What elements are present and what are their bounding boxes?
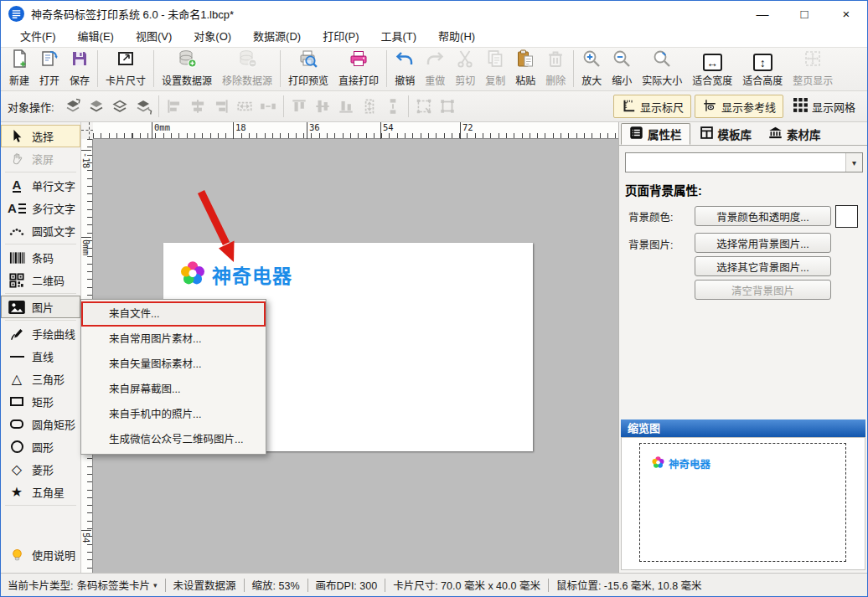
zoom-in-label: 放大 <box>581 73 602 87</box>
redo-label: 重做 <box>425 73 445 87</box>
save-button[interactable]: 保存 <box>65 49 95 89</box>
direct-print-button[interactable]: 直接打印 <box>333 49 384 89</box>
datasource-status: 未设置数据源 <box>173 577 236 593</box>
tool-select[interactable]: 选择 <box>1 125 80 147</box>
menu-datasource[interactable]: 数据源(D) <box>242 27 312 47</box>
right-panel-tabs: 属性栏 模板库 素材库 <box>619 122 867 146</box>
new-button[interactable]: 新建 <box>4 49 34 89</box>
tool-image[interactable]: 图片 <box>1 296 80 318</box>
menu-view[interactable]: 视图(V) <box>125 27 183 47</box>
bg-image-common-button[interactable]: 选择常用背景图片... <box>695 233 831 253</box>
fit-width-button[interactable]: ↔ 适合宽度 <box>687 49 737 89</box>
fit-width-icon: ↔ <box>703 54 722 71</box>
tool-barcode[interactable]: 条码 <box>1 246 80 269</box>
bulb-icon <box>8 548 26 563</box>
menu-tools[interactable]: 工具(T) <box>369 27 427 47</box>
line-icon <box>8 356 26 358</box>
ctx-from-common-images[interactable]: 来自常用图片素材... <box>81 327 266 352</box>
zoom-out-label: 缩小 <box>612 73 632 87</box>
ctx-from-file[interactable]: 来自文件... <box>81 301 266 327</box>
page-background-section-title: 页面背景属性: <box>625 181 702 198</box>
bg-image-other-button[interactable]: 选择其它背景图片... <box>695 256 831 276</box>
show-grid-toggle[interactable]: 显示网格 <box>787 95 862 118</box>
status-separator <box>385 579 385 592</box>
align-right-icon <box>209 95 233 117</box>
ctx-generate-wechat-qr[interactable]: 生成微信公众号二维码图片... <box>81 427 266 452</box>
tool-single-line-text[interactable]: A 单行文字 <box>1 174 80 197</box>
diamond-icon: ◇ <box>8 463 26 476</box>
tool-arc-text-label: 圆弧文字 <box>32 223 75 239</box>
menu-help[interactable]: 帮助(H) <box>427 27 486 47</box>
help-button[interactable]: 使用说明 <box>1 543 80 566</box>
objectbar-separator <box>283 95 284 117</box>
tool-triangle[interactable]: △ 三角形 <box>1 368 80 390</box>
arc-text-icon <box>8 225 26 237</box>
print-preview-button[interactable]: 打印预览 <box>283 49 333 89</box>
status-separator <box>165 579 166 592</box>
bg-color-swatch[interactable] <box>835 205 858 228</box>
redo-button: 重做 <box>420 49 450 89</box>
ctx-from-screenshot[interactable]: 来自屏幕截图... <box>81 377 266 402</box>
menu-file[interactable]: 文件(F) <box>9 27 67 47</box>
chevron-down-icon: ▾ <box>845 153 862 172</box>
fit-height-button[interactable]: ↕ 适合高度 <box>737 49 788 89</box>
tool-multi-line-text[interactable]: A 多行文字 <box>1 197 80 219</box>
menu-object[interactable]: 对象(O) <box>183 27 242 47</box>
zoom-out-button[interactable]: 缩小 <box>607 49 637 89</box>
tool-freehand-curve[interactable]: 手绘曲线 <box>1 322 80 345</box>
tab-templates[interactable]: 模板库 <box>692 123 760 145</box>
tool-single-line-text-label: 单行文字 <box>32 178 75 193</box>
zoom-out-icon <box>612 49 632 71</box>
copy-button: 复制 <box>480 49 510 89</box>
ungroup-icon <box>436 95 459 117</box>
ctx-from-vector-icons[interactable]: 来自矢量图标素材... <box>81 352 266 377</box>
tab-materials[interactable]: 素材库 <box>761 123 829 145</box>
tool-arc-text[interactable]: 圆弧文字 <box>1 219 80 242</box>
delete-icon <box>545 49 566 71</box>
show-guides-toggle[interactable]: 显示参考线 <box>695 95 783 118</box>
delete-button: 删除 <box>540 49 571 89</box>
set-datasource-label: 设置数据源 <box>162 73 212 87</box>
bring-forward-icon <box>108 95 132 117</box>
paste-button[interactable]: 粘贴 <box>510 49 540 89</box>
menu-print[interactable]: 打印(P) <box>312 27 369 47</box>
group-icon <box>412 95 436 117</box>
bg-color-button[interactable]: 背景颜色和透明度... <box>695 206 831 226</box>
minimize-button[interactable]: — <box>741 1 783 26</box>
menu-edit[interactable]: 编辑(E) <box>67 27 125 47</box>
tool-rounded-rectangle[interactable]: 圆角矩形 <box>1 413 80 435</box>
qrcode-icon <box>8 273 26 288</box>
h-ruler-label: 36 <box>307 122 320 139</box>
actual-size-button[interactable]: 实际大小 <box>637 49 687 89</box>
new-document-icon <box>9 49 29 71</box>
zoom-in-button[interactable]: 放大 <box>576 49 607 89</box>
toolbar-separator <box>386 50 387 87</box>
cut-button: 剪切 <box>450 49 480 89</box>
copy-icon <box>485 49 505 71</box>
card-type-dropdown[interactable]: 当前卡片类型: 条码标签类卡片 ▾ <box>8 577 158 593</box>
tool-star[interactable]: ★ 五角星 <box>1 481 80 503</box>
tool-diamond[interactable]: ◇ 菱形 <box>1 458 80 481</box>
title-bar: 神奇条码标签打印系统 6.0 - 未命名1.lbcp* — □ × <box>1 1 867 26</box>
tool-image-label: 图片 <box>32 299 54 315</box>
tool-line[interactable]: 直线 <box>1 345 80 368</box>
show-ruler-toggle[interactable]: 显示标尺 <box>613 95 691 118</box>
copy-label: 复制 <box>485 73 505 87</box>
tool-circle[interactable]: 圆形 <box>1 435 80 458</box>
ctx-from-phone-photos[interactable]: 来自手机中的照片... <box>81 402 266 427</box>
tool-qrcode[interactable]: 二维码 <box>1 269 80 291</box>
card-size-button[interactable]: 卡片尺寸 <box>101 49 151 89</box>
card-logo-text: 神奇电器 <box>212 260 292 289</box>
tool-triangle-label: 三角形 <box>32 371 65 387</box>
tab-properties[interactable]: 属性栏 <box>621 123 690 145</box>
maximize-button[interactable]: □ <box>783 1 825 26</box>
grid-icon <box>793 98 808 115</box>
open-button[interactable]: 打开 <box>34 49 65 89</box>
undo-button[interactable]: 撤销 <box>390 49 420 89</box>
tool-rectangle[interactable]: 矩形 <box>1 390 80 413</box>
ruler-icon <box>621 98 636 116</box>
set-datasource-button[interactable]: 设置数据源 <box>157 49 217 89</box>
object-selector-dropdown[interactable]: ▾ <box>625 152 863 172</box>
close-button[interactable]: × <box>825 1 867 26</box>
card-logo[interactable]: 神奇电器 <box>178 258 292 291</box>
